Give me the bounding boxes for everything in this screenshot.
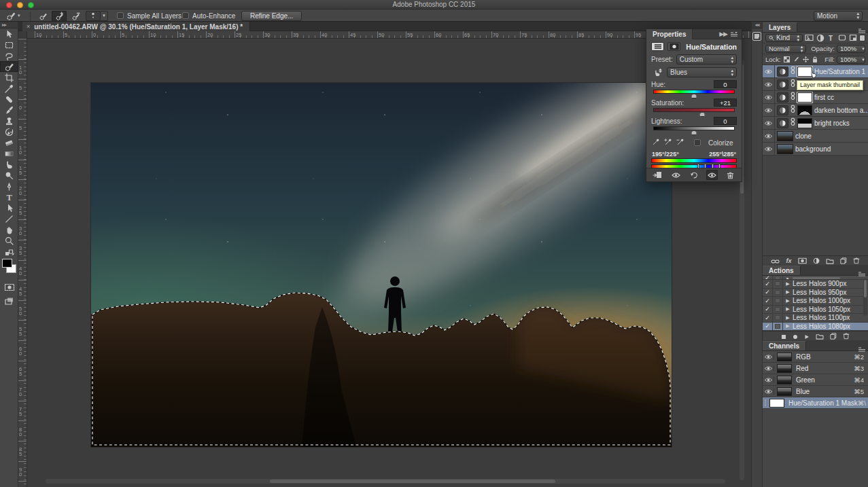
- reset-adjustment-icon[interactable]: [689, 170, 700, 180]
- hue-slider[interactable]: [653, 90, 735, 94]
- action-check-icon[interactable]: ✓: [763, 314, 773, 322]
- action-name[interactable]: Less Halos 1100px: [793, 314, 850, 321]
- tab-layers[interactable]: Layers: [763, 22, 797, 32]
- mask-link-icon[interactable]: [791, 65, 795, 77]
- mask-properties-icon[interactable]: [667, 42, 680, 51]
- channel-select[interactable]: Blues ▴▾: [667, 67, 737, 77]
- layer-row-background[interactable]: background: [763, 143, 868, 156]
- gradient-tool[interactable]: [0, 148, 18, 159]
- scrollbar-thumb[interactable]: [270, 480, 555, 483]
- lock-position-icon[interactable]: [802, 56, 810, 64]
- colorize-checkbox[interactable]: [694, 139, 701, 146]
- filter-kind-select[interactable]: Kind ▴▾: [765, 34, 803, 42]
- refine-edge-button[interactable]: Refine Edge...: [241, 11, 302, 21]
- disclosure-triangle-icon[interactable]: ▶: [783, 281, 793, 287]
- disclosure-triangle-icon[interactable]: ▶: [783, 306, 793, 312]
- layer-visibility-toggle[interactable]: [763, 130, 775, 142]
- layer-name[interactable]: darken bottom a...: [814, 107, 868, 114]
- move-tool[interactable]: [0, 29, 18, 39]
- layer-visibility-toggle[interactable]: [763, 117, 775, 129]
- eraser-tool[interactable]: [0, 137, 18, 148]
- tab-actions[interactable]: Actions: [763, 266, 801, 275]
- action-check-icon[interactable]: ✓: [763, 323, 773, 331]
- tab-channels[interactable]: Channels: [763, 341, 806, 350]
- layer-mask-thumbnail[interactable]: [797, 92, 812, 103]
- preset-select[interactable]: Custom ▴▾: [676, 54, 737, 65]
- layer-row-hue-saturation-1[interactable]: Hue/Saturation 1: [763, 65, 868, 78]
- document-tab[interactable]: × untitled-00462.ARW @ 30.1% (Hue/Satura…: [22, 22, 250, 31]
- vertical-ruler[interactable]: 1050510152025303540455055606570758085909…: [18, 39, 27, 487]
- layer-visibility-toggle[interactable]: [763, 78, 775, 90]
- channel-thumbnail[interactable]: [777, 364, 792, 373]
- filter-type-layers-icon[interactable]: T: [827, 34, 835, 42]
- action-dialog-toggle[interactable]: [773, 314, 783, 322]
- layer-row-darken-bottom[interactable]: darken bottom a...: [763, 104, 868, 117]
- hand-tool[interactable]: [0, 224, 18, 235]
- channel-thumbnail[interactable]: [769, 399, 784, 408]
- lock-all-icon[interactable]: [812, 56, 819, 64]
- lock-transparency-icon[interactable]: [783, 56, 791, 64]
- disclosure-triangle-icon[interactable]: ▶: [783, 315, 793, 321]
- disclosure-triangle-icon[interactable]: ▶: [783, 323, 793, 329]
- clone-stamp-tool[interactable]: [0, 115, 18, 126]
- saturation-value-input[interactable]: +21: [714, 98, 737, 107]
- action-dialog-toggle[interactable]: [773, 306, 783, 314]
- add-to-selection-mode-button[interactable]: [52, 11, 67, 22]
- layer-row-first-cc[interactable]: first cc: [763, 91, 868, 104]
- channel-row-red[interactable]: Red ⌘3: [763, 363, 868, 374]
- quick-selection-tool[interactable]: [0, 61, 18, 72]
- checkbox-box[interactable]: [117, 12, 124, 19]
- history-brush-tool[interactable]: [0, 126, 18, 137]
- channel-row-blue[interactable]: Blue ⌘5: [763, 386, 868, 397]
- panel-menu-icon[interactable]: [858, 343, 866, 355]
- layer-name[interactable]: bright rocks: [814, 120, 850, 127]
- filter-adjustment-layers-icon[interactable]: [816, 34, 824, 42]
- filter-pixel-layers-icon[interactable]: [805, 34, 814, 42]
- sample-all-layers-checkbox[interactable]: Sample All Layers: [117, 10, 181, 22]
- lightness-value-input[interactable]: 0: [714, 117, 737, 125]
- layer-mask-thumbnail[interactable]: [797, 105, 812, 115]
- mask-link-icon[interactable]: [791, 104, 795, 116]
- type-tool[interactable]: T: [0, 192, 18, 202]
- collapse-tools-icon[interactable]: ▸▸: [0, 22, 18, 29]
- action-name[interactable]: Less Halos 1000px: [793, 297, 850, 304]
- disclosure-triangle-icon[interactable]: ▶: [783, 289, 793, 295]
- action-name[interactable]: Less Halos 950px: [793, 289, 847, 296]
- layer-thumbnail[interactable]: [777, 144, 793, 154]
- fill-select[interactable]: 100% ▾: [837, 56, 865, 64]
- collapsed-panel-icon[interactable]: [752, 32, 761, 41]
- channel-visibility-toggle[interactable]: [765, 399, 766, 406]
- adjustment-list-icon[interactable]: [651, 42, 664, 51]
- layer-visibility-toggle[interactable]: [763, 65, 775, 77]
- panel-menu-icon[interactable]: [858, 24, 866, 37]
- panel-menu-icon[interactable]: [730, 31, 742, 37]
- channel-name[interactable]: Green: [796, 376, 854, 384]
- layer-thumbnail[interactable]: [777, 131, 793, 141]
- lock-pixels-icon[interactable]: [793, 56, 800, 64]
- layer-style-icon[interactable]: fx: [786, 257, 791, 264]
- adjustment-layer-icon[interactable]: [777, 79, 788, 90]
- screen-mode-button[interactable]: [0, 295, 18, 306]
- collapse-panel-icon[interactable]: ▶▶: [719, 31, 730, 37]
- layer-name[interactable]: clone: [795, 132, 812, 140]
- layer-name[interactable]: first cc: [814, 94, 834, 101]
- blend-mode-select[interactable]: Normal ▴▾: [765, 45, 806, 53]
- channel-thumbnail[interactable]: [777, 353, 792, 361]
- workspace-select[interactable]: Motion ▴▾: [814, 11, 863, 21]
- targeted-adjustment-tool[interactable]: [651, 68, 663, 77]
- adjustment-layer-icon[interactable]: [777, 67, 788, 77]
- layer-row-clone[interactable]: clone: [763, 130, 868, 143]
- action-row[interactable]: ✓ ▶ Less Halos 1050px: [763, 306, 868, 314]
- marquee-tool[interactable]: [0, 39, 18, 50]
- lightness-slider[interactable]: [653, 126, 735, 130]
- action-name[interactable]: Less Halos 1080px: [793, 323, 850, 330]
- channel-name[interactable]: RGB: [796, 353, 854, 361]
- action-check-icon[interactable]: ✓: [763, 289, 773, 297]
- channel-visibility-toggle[interactable]: [763, 389, 774, 395]
- eyedropper-tool[interactable]: [0, 83, 18, 94]
- channel-visibility-toggle[interactable]: [763, 354, 774, 360]
- saturation-slider[interactable]: [653, 108, 735, 112]
- action-name[interactable]: Less Halos 900px: [793, 280, 847, 287]
- brush-tool[interactable]: [0, 105, 18, 115]
- pen-tool[interactable]: [0, 181, 18, 192]
